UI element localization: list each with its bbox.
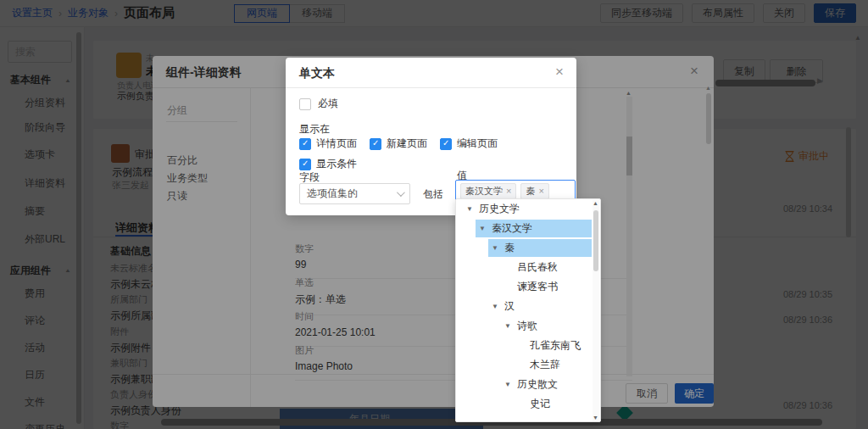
detail-page-checkbox[interactable] (299, 138, 311, 150)
field-select-value: 选项值集的 (307, 187, 358, 201)
expand-caret-icon[interactable]: ▼ (466, 205, 475, 213)
scroll-up-icon[interactable]: ▲ (593, 200, 598, 206)
tree-node-label: 史记 (530, 397, 550, 411)
expand-caret-icon[interactable]: ▼ (504, 322, 513, 330)
close-icon[interactable]: × (555, 64, 564, 79)
value-tag: 秦 × (520, 183, 548, 199)
expand-caret-icon[interactable]: ▼ (479, 225, 487, 232)
tag-label: 秦汉文学 (465, 185, 503, 198)
tree-node-lishisanwen[interactable]: ▼ 历史散文 (456, 375, 600, 394)
tree-node-lvshichunqiu[interactable]: ▼ 吕氏春秋 (456, 258, 600, 277)
tree-node-label: 木兰辞 (530, 358, 560, 372)
tree-node-kongque[interactable]: ▼ 孔雀东南飞 (456, 336, 600, 355)
edit-page-checkbox[interactable] (440, 138, 452, 150)
modal-header-divider (286, 87, 576, 88)
modal-title: 单文本 (299, 66, 335, 81)
show-in-options-row: 详情页面 新建页面 编辑页面 (299, 136, 498, 151)
required-checkbox-row: 必填 (299, 97, 338, 111)
value-tree-dropdown: ▼ 历史文学 ▼ 秦汉文学 ▼ 秦 ▼ 吕氏春秋 ▼ 谏逐客书 (455, 198, 601, 422)
expand-caret-icon[interactable]: ▼ (492, 303, 500, 310)
dropdown-scroll-thumb[interactable] (593, 210, 598, 271)
tree-node-han[interactable]: ▼ 汉 (456, 297, 600, 316)
required-label: 必填 (318, 97, 338, 111)
display-condition-checkbox[interactable] (299, 159, 311, 170)
display-condition-label: 显示条件 (316, 157, 357, 171)
remove-tag-icon[interactable]: × (538, 186, 543, 196)
new-page-label: 新建页面 (387, 136, 427, 151)
tree-node-jianzhukeshu[interactable]: ▼ 谏逐客书 (456, 277, 600, 297)
chevron-down-icon (397, 188, 405, 197)
condition-checkbox-row: 显示条件 (299, 157, 357, 171)
tree-node-label: 秦 (504, 241, 515, 255)
tree-node-label: 历史散文 (517, 377, 558, 392)
tree-node-label: 谏逐客书 (517, 280, 558, 294)
single-text-modal: 单文本 × 必填 显示在 详情页面 新建页面 编辑页面 显示条件 字段 值 选项… (286, 58, 576, 215)
tree-node-label: 吕氏春秋 (517, 260, 558, 275)
tree-node-label: 孔雀东南飞 (530, 338, 581, 353)
remove-tag-icon[interactable]: × (506, 186, 511, 196)
tree-node-history-literature[interactable]: ▼ 历史文学 (456, 199, 600, 219)
tree-node-label: 汉 (504, 299, 515, 314)
expand-caret-icon[interactable]: ▼ (492, 244, 500, 252)
detail-page-label: 详情页面 (316, 136, 357, 151)
value-tag: 秦汉文学 × (460, 183, 516, 199)
tree-node-qin[interactable]: ▼ 秦 (456, 238, 600, 258)
new-page-checkbox[interactable] (370, 138, 381, 150)
edit-page-label: 编辑页面 (457, 136, 498, 151)
tree-node-shiji[interactable]: ▼ 史记 (456, 394, 600, 414)
tree-node-shige[interactable]: ▼ 诗歌 (456, 316, 600, 336)
tree-node-label: 历史文学 (479, 202, 520, 216)
tree-node-label: 诗歌 (517, 319, 537, 333)
show-in-label: 显示在 (299, 122, 330, 136)
field-select[interactable]: 选项值集的 (299, 183, 410, 204)
tree-node-label: 秦汉文学 (492, 221, 532, 236)
include-operator-label: 包括 (423, 187, 443, 202)
app-window: 设置主页 › 业务对象 › 页面布局 网页端 移动端 同步至移动端 布局属性 关… (0, 0, 868, 429)
required-checkbox[interactable] (299, 98, 311, 110)
scroll-down-icon[interactable]: ▼ (593, 415, 598, 421)
tree-node-mulanci[interactable]: ▼ 木兰辞 (456, 355, 600, 375)
expand-caret-icon[interactable]: ▼ (504, 381, 513, 388)
tag-label: 秦 (526, 185, 535, 198)
tree-node-qinhan-literature[interactable]: ▼ 秦汉文学 (456, 219, 600, 238)
